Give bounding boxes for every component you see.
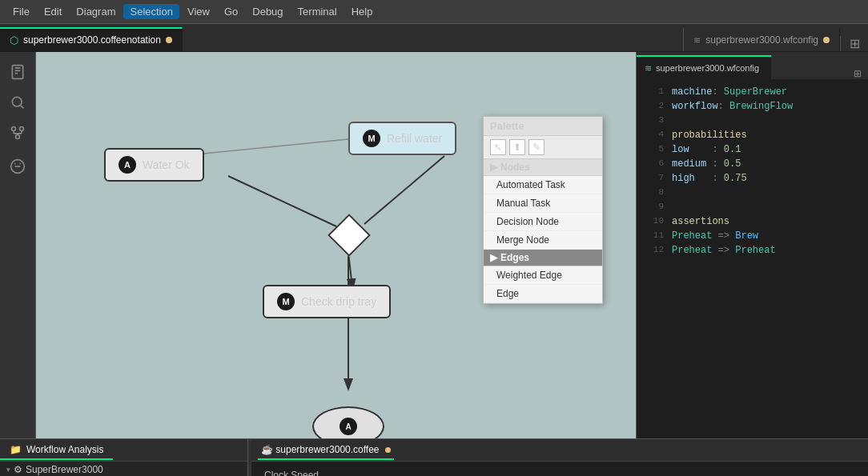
code-panel: ≋ superbrewer3000.wfconfig ⊞ 1machine: S… (636, 52, 868, 438)
node-decision-diamond (328, 214, 371, 257)
code-line: 12Preheat => Preheat (637, 245, 868, 259)
svg-line-13 (228, 176, 348, 232)
bottom-right-panel: ☕ superbrewer3000.coffee Clock Speed 5 N… (251, 439, 868, 476)
palette-title: Palette (490, 120, 524, 132)
code-line: 4probabilities (637, 130, 868, 144)
line-content: workflow: BrewingFlow (672, 101, 793, 115)
panel-layout-icon: ⊞ (850, 36, 860, 51)
line-content: Preheat => Preheat (672, 245, 776, 259)
tab-coffee-file[interactable]: ☕ superbrewer3000.coffee (258, 441, 394, 460)
bottom-left-tabbar: 📁 Workflow Analysis (0, 439, 247, 462)
svg-line-14 (364, 156, 444, 224)
palette-item-edge[interactable]: Edge (484, 285, 602, 303)
sidebar-icon-search[interactable] (4, 89, 31, 116)
sidebar-icon-file[interactable] (4, 58, 31, 86)
menu-edit[interactable]: Edit (38, 4, 68, 19)
palette-tool-edit[interactable]: ✎ (528, 139, 545, 155)
code-tab-wfconfig[interactable]: ≋ superbrewer3000.wfconfig (637, 55, 771, 79)
svg-point-7 (12, 127, 16, 131)
code-line: 5low : 0.1 (637, 144, 868, 158)
line-number: 10 (640, 216, 664, 230)
menu-diagram[interactable]: Diagram (70, 4, 122, 19)
bottom-area: 📁 Workflow Analysis ▾ ⚙ SuperBrewer3000▾… (0, 438, 868, 476)
tab-workflow-analysis-label: Workflow Analysis (26, 444, 103, 455)
palette-tool-select[interactable]: ↖ (490, 139, 506, 155)
code-line: 10assertions (637, 216, 868, 230)
line-number: 1 (640, 86, 664, 101)
code-line: 1machine: SuperBrewer (637, 86, 868, 101)
tab-filename-notation: superbrewer3000.coffeenotation (23, 34, 161, 46)
code-line: 2workflow: BrewingFlow (637, 101, 868, 115)
line-number: 4 (640, 130, 664, 144)
palette-edges-label: Edges (500, 252, 529, 263)
palette-nodes-label: Nodes (500, 162, 530, 173)
code-content[interactable]: 1machine: SuperBrewer2workflow: BrewingF… (637, 80, 868, 438)
palette-item-decision[interactable]: Decision Node (484, 213, 602, 231)
tab-wfconfig[interactable]: ≋ superbrewer3000.wfconfig (683, 27, 840, 51)
main-area: A Water Ok M Refill water M Check drip t… (0, 52, 868, 438)
sidebar-icons (0, 52, 36, 438)
tab-coffee-label: superbrewer3000.coffee (275, 444, 379, 455)
code-line: 3 (637, 115, 868, 130)
tabbar: ⬡ superbrewer3000.coffeenotation ≋ super… (0, 24, 868, 52)
palette-item-manual[interactable]: Manual Task (484, 194, 602, 213)
palette: Palette ↖ ⬆ ✎ ▶ Nodes Automated Task Man… (483, 116, 603, 304)
code-tab-filename: superbrewer3000.wfconfig (656, 63, 759, 73)
node-decision[interactable] (334, 220, 364, 250)
line-number: 11 (640, 230, 664, 245)
code-line: 11Preheat => Brew (637, 230, 868, 245)
node-refill-water[interactable]: M Refill water (348, 122, 456, 155)
tree-collapse-icon: ▾ (6, 466, 10, 474)
svg-point-8 (20, 127, 24, 131)
menu-terminal[interactable]: Terminal (291, 4, 344, 19)
palette-arrow-edges: ▶ (490, 252, 497, 263)
resize-icon: ⊞ (854, 68, 862, 79)
panel-layout-button[interactable]: ⊞ (840, 36, 868, 51)
palette-arrow-nodes: ▶ (490, 162, 497, 173)
sidebar-icon-debug[interactable] (4, 153, 31, 180)
line-number: 8 (640, 187, 664, 202)
palette-item-weighted-edge[interactable]: Weighted Edge (484, 266, 602, 285)
node-refill-label: M (363, 130, 380, 147)
bottom-right-content: Clock Speed 5 Number Of Cores 101 (251, 462, 868, 476)
node-refill-text: Refill water (387, 132, 442, 145)
menu-selection[interactable]: Selection (123, 4, 179, 19)
line-number: 5 (640, 144, 664, 158)
tab-coffeenotation[interactable]: ⬡ superbrewer3000.coffeenotation (0, 27, 183, 51)
tab-workflow-analysis[interactable]: 📁 Workflow Analysis (0, 441, 113, 460)
sidebar-icon-git[interactable] (4, 119, 31, 146)
line-content: probabilities (672, 130, 747, 144)
tree-item-icon: ⚙ (14, 464, 22, 475)
tab-dot-wfconfig (823, 37, 830, 43)
palette-item-automated[interactable]: Automated Task (484, 176, 602, 194)
menu-go[interactable]: Go (218, 4, 244, 19)
code-panel-resize[interactable]: ⊞ (847, 68, 868, 79)
code-tab-icon: ≋ (645, 63, 652, 74)
node-check-drip[interactable]: M Check drip tray (263, 285, 391, 318)
diagram-area[interactable]: A Water Ok M Refill water M Check drip t… (36, 52, 636, 438)
bottom-left-panel: 📁 Workflow Analysis ▾ ⚙ SuperBrewer3000▾… (0, 439, 248, 476)
palette-tool-up[interactable]: ⬆ (509, 139, 525, 155)
clock-speed-label: Clock Speed (264, 470, 855, 476)
svg-line-5 (21, 106, 24, 109)
palette-item-merge[interactable]: Merge Node (484, 231, 602, 250)
line-content: high : 0.75 (672, 173, 747, 187)
menu-help[interactable]: Help (345, 4, 380, 19)
code-line: 9 (637, 202, 868, 216)
node-water-ok-text: Water Ok (143, 158, 190, 171)
menu-view[interactable]: View (181, 4, 216, 19)
palette-section-edges[interactable]: ▶ Edges (484, 250, 602, 266)
node-water-ok[interactable]: A Water Ok (104, 148, 204, 182)
coffee-icon: ☕ (261, 444, 273, 455)
tab-icon-notation: ⬡ (10, 34, 18, 46)
menu-debug[interactable]: Debug (246, 4, 289, 19)
menubar: File Edit Diagram Selection View Go Debu… (0, 0, 868, 24)
node-bottom-partial[interactable]: A (312, 406, 384, 438)
bottom-right-tabbar: ☕ superbrewer3000.coffee (251, 439, 868, 462)
menu-file[interactable]: File (6, 4, 36, 19)
svg-point-4 (12, 97, 22, 106)
line-content: medium : 0.5 (672, 158, 741, 173)
node-drip-label: M (277, 293, 295, 310)
tree-item[interactable]: ▾ ⚙ SuperBrewer3000 (0, 462, 247, 476)
palette-section-nodes[interactable]: ▶ Nodes (484, 159, 602, 176)
